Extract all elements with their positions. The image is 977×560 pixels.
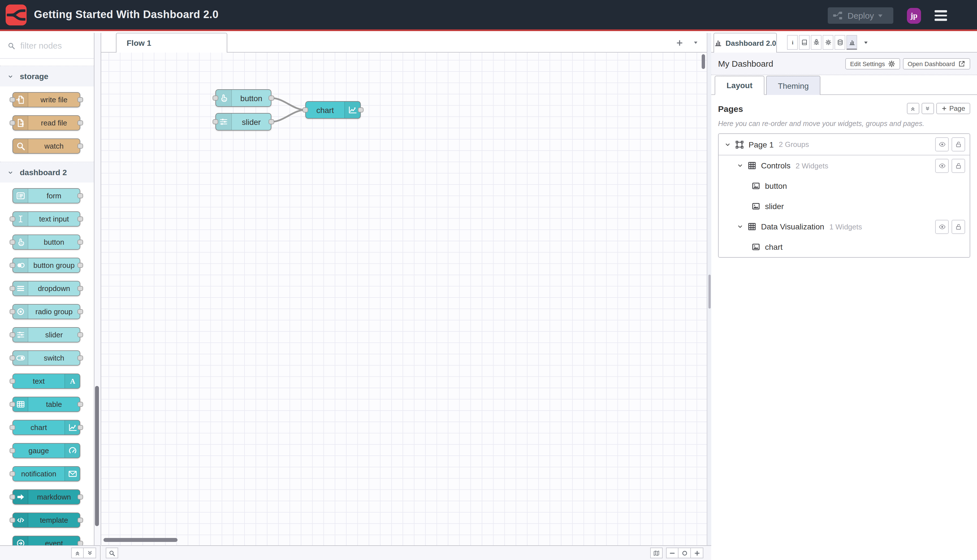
canvas-vscrollbar-thumb[interactable] [701, 54, 705, 69]
palette-node-switch[interactable]: switch [12, 350, 80, 366]
flow-tab[interactable]: Flow 1 [116, 33, 227, 53]
user-avatar[interactable]: jp [907, 8, 921, 23]
separator-scrollbar-thumb[interactable] [708, 275, 711, 308]
tab-dashboard-2.0[interactable]: Dashboard 2.0 [713, 33, 777, 53]
palette-search[interactable]: filter nodes [0, 33, 94, 59]
zoom-out-button[interactable] [666, 548, 678, 558]
flow-node-button[interactable]: button [215, 89, 271, 107]
sidebar-tool-context-button[interactable] [835, 35, 845, 50]
sidebar-tool-debug-button[interactable] [811, 35, 822, 50]
lock-toggle-button[interactable] [952, 220, 965, 234]
input-port[interactable] [10, 332, 15, 337]
output-port[interactable] [77, 540, 83, 545]
palette-node-slider[interactable]: slider [12, 327, 80, 342]
sidebar-tool-help-button[interactable] [799, 35, 810, 50]
input-port[interactable] [10, 378, 15, 383]
output-port[interactable] [77, 309, 83, 314]
output-port[interactable] [77, 193, 83, 198]
sidebar-tool-info-button[interactable]: i [787, 35, 798, 50]
input-port[interactable] [10, 239, 15, 244]
tree-row-controls[interactable]: Controls2 Widgets [719, 155, 970, 176]
input-port[interactable] [10, 425, 15, 430]
palette-node-chart[interactable]: chart [12, 420, 80, 435]
output-port[interactable] [77, 517, 83, 522]
move-up-button[interactable] [907, 103, 919, 114]
flow-node-chart[interactable]: chart [305, 101, 361, 119]
expand-all-button[interactable] [84, 548, 96, 558]
collapse-all-button[interactable] [71, 548, 84, 558]
add-flow-button[interactable] [676, 39, 683, 47]
flow-node-slider[interactable]: slider [215, 113, 271, 130]
tab-layout[interactable]: Layout [715, 76, 765, 95]
zoom-in-button[interactable] [691, 548, 703, 558]
palette-node-gauge[interactable]: gauge [12, 443, 80, 458]
palette-node-read-file[interactable]: read file [12, 115, 80, 130]
input-port[interactable] [10, 120, 15, 125]
navigator-button[interactable] [650, 548, 663, 558]
deploy-options-caret-icon[interactable] [876, 12, 884, 20]
palette-node-text-input[interactable]: text input [12, 211, 80, 227]
output-port[interactable] [77, 239, 83, 244]
lock-toggle-button[interactable] [952, 158, 965, 173]
input-port[interactable] [10, 402, 15, 407]
input-port[interactable] [10, 448, 15, 453]
palette-node-dropdown[interactable]: dropdown [12, 281, 80, 296]
edit-settings-button[interactable]: Edit Settings [845, 58, 900, 69]
deploy-button[interactable]: Deploy [828, 7, 893, 24]
input-port[interactable] [302, 107, 308, 112]
output-port[interactable] [77, 216, 83, 221]
input-port[interactable] [10, 494, 15, 499]
input-port[interactable] [10, 309, 15, 314]
tree-row-page-1[interactable]: Page 12 Groups [719, 134, 970, 155]
move-down-button[interactable] [922, 103, 934, 114]
palette-node-event[interactable]: event [12, 536, 80, 545]
output-port[interactable] [77, 143, 83, 148]
visibility-toggle-button[interactable] [935, 220, 949, 234]
input-port[interactable] [10, 216, 15, 221]
output-port[interactable] [77, 286, 83, 291]
output-port[interactable] [77, 355, 83, 360]
output-port[interactable] [77, 97, 83, 102]
palette-node-markdown[interactable]: markdown [12, 489, 80, 505]
lock-toggle-button[interactable] [952, 137, 965, 152]
palette-node-table[interactable]: table [12, 397, 80, 412]
open-dashboard-button[interactable]: Open Dashboard [903, 58, 970, 69]
output-port[interactable] [77, 494, 83, 499]
flow-list-button[interactable] [693, 40, 699, 46]
output-port[interactable] [77, 425, 83, 430]
output-port[interactable] [77, 120, 83, 125]
palette-node-button-group[interactable]: button group [12, 258, 80, 273]
input-port[interactable] [212, 95, 218, 100]
tree-row-chart[interactable]: chart [719, 237, 970, 257]
input-port[interactable] [10, 286, 15, 291]
palette-category-header[interactable]: storage [0, 66, 94, 87]
output-port[interactable] [77, 262, 83, 268]
output-port[interactable] [77, 402, 83, 407]
input-port[interactable] [212, 119, 218, 124]
tree-row-slider[interactable]: slider [719, 196, 970, 217]
tab-theming[interactable]: Theming [766, 76, 821, 95]
output-port[interactable] [269, 119, 274, 124]
output-port[interactable] [358, 107, 364, 112]
palette-node-form[interactable]: form [12, 188, 80, 203]
input-port[interactable] [10, 97, 15, 102]
input-port[interactable] [10, 355, 15, 360]
palette-node-text[interactable]: Atext [12, 373, 80, 389]
palette-scrollbar-thumb[interactable] [95, 386, 99, 526]
palette-node-write-file[interactable]: write file [12, 92, 80, 107]
input-port[interactable] [10, 471, 15, 476]
sidebar-more-tabs-button[interactable] [863, 39, 869, 45]
main-menu-button[interactable] [935, 10, 947, 21]
visibility-toggle-button[interactable] [935, 158, 949, 173]
zoom-reset-button[interactable] [678, 548, 691, 558]
input-port[interactable] [10, 517, 15, 522]
add-page-button[interactable]: Page [936, 103, 970, 114]
flow-canvas[interactable]: buttonsliderchart [101, 53, 707, 545]
canvas-hscrollbar-thumb[interactable] [104, 538, 177, 542]
palette-node-template[interactable]: template [12, 513, 80, 528]
palette-category-header[interactable]: dashboard 2 [0, 162, 94, 183]
tree-row-data-visualization[interactable]: Data Visualization1 Widgets [719, 217, 970, 237]
palette-node-notification[interactable]: notification [12, 466, 80, 482]
sidebar-tool-config-button[interactable] [823, 35, 833, 50]
input-port[interactable] [10, 262, 15, 268]
